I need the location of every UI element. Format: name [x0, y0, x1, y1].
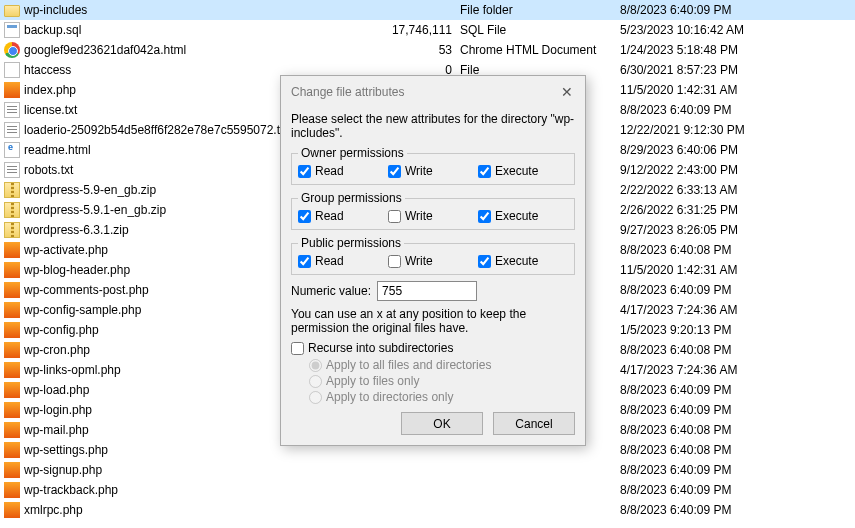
- file-row[interactable]: wp-includesFile folder8/8/2023 6:40:09 P…: [0, 0, 855, 20]
- group-write-checkbox[interactable]: [388, 210, 401, 223]
- file-date: 1/24/2023 5:18:48 PM: [620, 43, 820, 57]
- file-name: wp-settings.php: [24, 443, 108, 457]
- dialog-title: Change file attributes: [291, 85, 404, 99]
- owner-legend: Owner permissions: [298, 146, 407, 160]
- file-icon: [4, 222, 20, 238]
- recurse-checkbox[interactable]: [291, 342, 304, 355]
- apply-files-radio: [309, 375, 322, 388]
- public-write-checkbox[interactable]: [388, 255, 401, 268]
- change-attributes-dialog: Change file attributes ✕ Please select t…: [280, 75, 586, 446]
- dialog-instruction: Please select the new attributes for the…: [291, 112, 575, 140]
- owner-read-checkbox[interactable]: [298, 165, 311, 178]
- file-icon: [4, 42, 20, 58]
- public-execute-checkbox[interactable]: [478, 255, 491, 268]
- file-icon: [4, 282, 20, 298]
- apply-all-radio: [309, 359, 322, 372]
- file-icon: [4, 422, 20, 438]
- file-name: readme.html: [24, 143, 91, 157]
- file-date: 8/8/2023 6:40:09 PM: [620, 503, 820, 517]
- file-name: wp-trackback.php: [24, 483, 118, 497]
- file-row[interactable]: backup.sql17,746,111SQL File5/23/2023 10…: [0, 20, 855, 40]
- file-icon: [4, 382, 20, 398]
- group-read-checkbox[interactable]: [298, 210, 311, 223]
- file-name: backup.sql: [24, 23, 81, 37]
- group-permissions: Group permissions Read Write Execute: [291, 191, 575, 230]
- permission-note: You can use an x at any position to keep…: [291, 307, 575, 335]
- file-date: 8/8/2023 6:40:09 PM: [620, 283, 820, 297]
- file-name: license.txt: [24, 103, 77, 117]
- owner-execute-checkbox[interactable]: [478, 165, 491, 178]
- numeric-value-input[interactable]: [377, 281, 477, 301]
- file-name: wp-activate.php: [24, 243, 108, 257]
- file-date: 8/8/2023 6:40:08 PM: [620, 343, 820, 357]
- file-icon: [4, 22, 20, 38]
- file-date: 8/8/2023 6:40:09 PM: [620, 463, 820, 477]
- file-date: 8/8/2023 6:40:08 PM: [620, 443, 820, 457]
- file-icon: [4, 62, 20, 78]
- cancel-button[interactable]: Cancel: [493, 412, 575, 435]
- file-date: 12/22/2021 9:12:30 PM: [620, 123, 820, 137]
- file-name: wp-includes: [24, 3, 87, 17]
- file-name: wordpress-6.3.1.zip: [24, 223, 129, 237]
- file-name: wp-signup.php: [24, 463, 102, 477]
- file-icon: [4, 462, 20, 478]
- file-name: wp-comments-post.php: [24, 283, 149, 297]
- ok-button[interactable]: OK: [401, 412, 483, 435]
- file-name: wp-load.php: [24, 383, 89, 397]
- file-date: 8/8/2023 6:40:08 PM: [620, 243, 820, 257]
- file-size: 17,746,111: [382, 23, 460, 37]
- numeric-label: Numeric value:: [291, 284, 371, 298]
- file-date: 4/17/2023 7:24:36 AM: [620, 363, 820, 377]
- file-name: xmlrpc.php: [24, 503, 83, 517]
- file-icon: [4, 302, 20, 318]
- file-name: wordpress-5.9.1-en_gb.zip: [24, 203, 166, 217]
- group-legend: Group permissions: [298, 191, 405, 205]
- owner-write-checkbox[interactable]: [388, 165, 401, 178]
- file-icon: [4, 482, 20, 498]
- file-name: wp-cron.php: [24, 343, 90, 357]
- file-date: 8/8/2023 6:40:09 PM: [620, 403, 820, 417]
- file-icon: [4, 362, 20, 378]
- file-type: SQL File: [460, 23, 620, 37]
- file-icon: [4, 5, 20, 17]
- file-row[interactable]: wp-trackback.php8/8/2023 6:40:09 PM: [0, 480, 855, 500]
- file-row[interactable]: xmlrpc.php8/8/2023 6:40:09 PM: [0, 500, 855, 520]
- file-icon: [4, 242, 20, 258]
- public-read-checkbox[interactable]: [298, 255, 311, 268]
- file-date: 2/26/2022 6:31:25 PM: [620, 203, 820, 217]
- file-date: 9/27/2023 8:26:05 PM: [620, 223, 820, 237]
- apply-dirs-radio: [309, 391, 322, 404]
- file-date: 4/17/2023 7:24:36 AM: [620, 303, 820, 317]
- file-date: 11/5/2020 1:42:31 AM: [620, 83, 820, 97]
- file-date: 11/5/2020 1:42:31 AM: [620, 263, 820, 277]
- file-date: 6/30/2021 8:57:23 PM: [620, 63, 820, 77]
- file-name: wordpress-5.9-en_gb.zip: [24, 183, 156, 197]
- file-name: robots.txt: [24, 163, 73, 177]
- file-icon: [4, 182, 20, 198]
- public-permissions: Public permissions Read Write Execute: [291, 236, 575, 275]
- file-name: wp-config-sample.php: [24, 303, 141, 317]
- file-name: wp-mail.php: [24, 423, 89, 437]
- file-date: 9/12/2022 2:43:00 PM: [620, 163, 820, 177]
- file-date: 8/8/2023 6:40:09 PM: [620, 3, 820, 17]
- file-name: loaderio-25092b54d5e8ff6f282e78e7c559507…: [24, 123, 289, 137]
- file-icon: [4, 122, 20, 138]
- file-icon: [4, 502, 20, 518]
- close-icon[interactable]: ✕: [557, 82, 577, 102]
- file-name: wp-config.php: [24, 323, 99, 337]
- file-type: Chrome HTML Document: [460, 43, 620, 57]
- file-row[interactable]: wp-signup.php8/8/2023 6:40:09 PM: [0, 460, 855, 480]
- public-legend: Public permissions: [298, 236, 404, 250]
- group-execute-checkbox[interactable]: [478, 210, 491, 223]
- file-date: 8/8/2023 6:40:09 PM: [620, 483, 820, 497]
- file-name: googlef9ed23621daf042a.html: [24, 43, 186, 57]
- file-name: htaccess: [24, 63, 71, 77]
- file-icon: [4, 262, 20, 278]
- file-icon: [4, 162, 20, 178]
- file-name: wp-login.php: [24, 403, 92, 417]
- file-row[interactable]: googlef9ed23621daf042a.html53Chrome HTML…: [0, 40, 855, 60]
- file-date: 8/8/2023 6:40:09 PM: [620, 103, 820, 117]
- file-date: 2/22/2022 6:33:13 AM: [620, 183, 820, 197]
- owner-permissions: Owner permissions Read Write Execute: [291, 146, 575, 185]
- file-icon: [4, 102, 20, 118]
